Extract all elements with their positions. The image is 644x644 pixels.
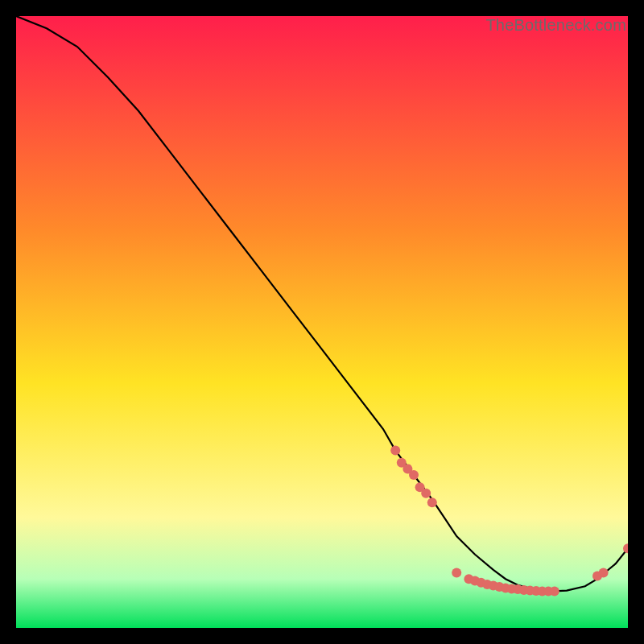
- data-marker: [409, 470, 419, 480]
- data-marker: [599, 568, 609, 578]
- data-marker: [390, 446, 400, 456]
- data-marker: [427, 497, 437, 507]
- gradient-background: [16, 16, 628, 628]
- watermark-text: TheBottleneck.com: [485, 16, 626, 35]
- chart-svg: [16, 16, 628, 628]
- data-marker: [550, 586, 559, 596]
- data-marker: [452, 568, 461, 578]
- data-marker: [421, 489, 431, 498]
- chart-frame: TheBottleneck.com: [16, 16, 628, 628]
- chart-plot-area: [16, 16, 628, 628]
